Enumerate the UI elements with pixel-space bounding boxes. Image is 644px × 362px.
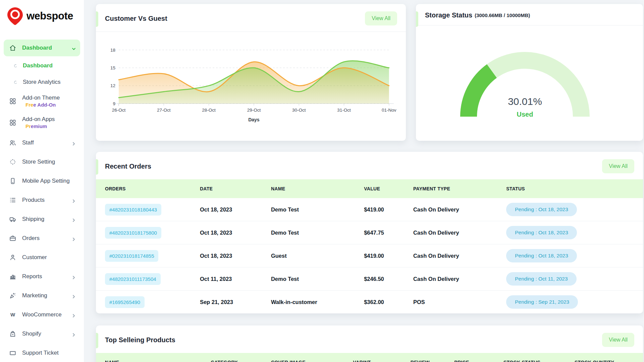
- chevron-right-icon: [72, 332, 76, 336]
- status-badge: Pending : Oct 11, 2023: [506, 272, 576, 286]
- svg-text:12: 12: [110, 83, 115, 88]
- top-selling-products-card: Top Selleing Products View All NAMECATEG…: [96, 325, 643, 362]
- recent-orders-card: Recent Orders View All ORDERSDATENAMEVAL…: [96, 152, 643, 313]
- date-cell: Oct 18, 2023: [200, 244, 271, 267]
- order-id-link[interactable]: #020231018174855: [105, 250, 158, 262]
- woocommerce-icon: W: [9, 311, 16, 318]
- column-header: REVIEW: [411, 353, 454, 362]
- sidebar-item-store-analytics[interactable]: Store Analytics: [4, 75, 80, 89]
- card-accent-bar: [416, 11, 418, 27]
- storage-card-title: Storage Status: [425, 11, 472, 19]
- svg-text:29-Oct: 29-Oct: [247, 108, 261, 113]
- sidebar-item-products[interactable]: Products: [4, 192, 80, 208]
- storage-status-card: Storage Status (3000.66MB / 10000MB) 30.…: [416, 4, 643, 141]
- date-cell: Oct 18, 2023: [200, 221, 271, 244]
- order-id-link[interactable]: #4820231011173504: [105, 273, 161, 285]
- svg-text:27-Oct: 27-Oct: [157, 108, 171, 113]
- column-header: ORDERS: [96, 179, 200, 198]
- brand-name: webspote: [26, 10, 73, 22]
- column-header: STATUS: [506, 179, 643, 198]
- sidebar-item-label: Dashboard: [22, 45, 52, 51]
- column-header: NAME: [271, 179, 364, 198]
- sidebar-item-orders[interactable]: Orders: [4, 230, 80, 247]
- sidebar-item-label: Products: [22, 197, 45, 203]
- value-cell: $419.00: [364, 244, 413, 267]
- sidebar-item-shipping[interactable]: Shipping: [4, 211, 80, 228]
- svg-text:W: W: [10, 312, 15, 317]
- sidebar-item-add-on-apps[interactable]: Add-on AppsPremium: [4, 113, 80, 132]
- sidebar-item-label: Support Ticket: [22, 350, 59, 356]
- status-cell: Pending : Sep 21, 2023: [506, 291, 643, 314]
- column-header: VARINT: [353, 353, 411, 362]
- order-id-link[interactable]: #4820231018180443: [105, 204, 161, 216]
- chart-view-all-button[interactable]: View All: [365, 11, 397, 25]
- top-products-title: Top Selleing Products: [105, 336, 175, 344]
- sidebar-item-mobile-app-setting[interactable]: Mobile App Setting: [4, 173, 80, 189]
- svg-text:26-Oct: 26-Oct: [112, 108, 126, 113]
- sidebar-item-label: Shopify: [22, 330, 41, 337]
- orders-view-all-button[interactable]: View All: [602, 159, 634, 173]
- sidebar-item-marketing[interactable]: Marketing: [4, 287, 80, 304]
- sidebar-item-reports[interactable]: Reports: [4, 268, 80, 285]
- customer-vs-guest-chart: 912151826-Oct27-Oct28-Oct29-Oct30-Oct31-…: [98, 32, 404, 132]
- sidebar-item-dashboard-sub[interactable]: Dashboard: [4, 59, 80, 73]
- sidebar-item-staff[interactable]: Staff: [4, 134, 80, 151]
- loader-icon: [13, 63, 18, 68]
- table-row: #4820231018175800Oct 18, 2023Demo Test$6…: [96, 221, 643, 244]
- sidebar-item-sublabel: Premium: [22, 123, 55, 129]
- svg-text:9: 9: [113, 101, 115, 106]
- payment-type-cell: Cash On Delivery: [413, 198, 506, 221]
- value-cell: $419.00: [364, 198, 413, 221]
- dots-icon: [9, 158, 16, 166]
- orders-cell: #4820231011173504: [96, 267, 200, 291]
- chevron-right-icon: [72, 141, 76, 145]
- user-icon: [9, 254, 16, 261]
- value-cell: $362.00: [364, 291, 413, 314]
- sidebar-item-label: Reports: [22, 273, 42, 280]
- column-header: DATE: [200, 179, 271, 198]
- card-accent-bar: [96, 333, 98, 348]
- sidebar-item-woocommerce[interactable]: WWooCommerce: [4, 306, 80, 323]
- brand-logo[interactable]: webspote: [0, 0, 84, 25]
- logo-pin-icon: [7, 7, 23, 25]
- svg-text:30-Oct: 30-Oct: [292, 108, 306, 113]
- chevron-right-icon: [72, 313, 76, 317]
- order-id-link[interactable]: #4820231018175800: [105, 227, 161, 239]
- sidebar-item-label: Marketing: [22, 292, 47, 299]
- sidebar-item-dashboard[interactable]: Dashboard: [4, 40, 80, 56]
- svg-text:Days: Days: [248, 117, 260, 122]
- sidebar-item-label: Orders: [22, 235, 40, 242]
- orders-table-header-row: ORDERSDATENAMEVALUEPAYMENT TYPESTATUS: [96, 179, 643, 198]
- sidebar-item-sublabel: Free Add-On: [22, 102, 60, 108]
- payment-type-cell: Cash On Delivery: [413, 267, 506, 291]
- sidebar-item-store-setting[interactable]: Store Setting: [4, 154, 80, 170]
- sidebar-item-label: Staff: [22, 139, 34, 146]
- sidebar-item-label: WooCommerce: [22, 311, 62, 318]
- products-view-all-button[interactable]: View All: [602, 333, 634, 347]
- status-badge: Pending : Sep 21, 2023: [506, 295, 578, 309]
- value-cell: $246.50: [364, 267, 413, 291]
- sidebar-item-shopify[interactable]: Shopify: [4, 325, 80, 342]
- column-header: COVER IMAGE: [271, 353, 353, 362]
- sidebar-item-add-on-theme[interactable]: Add-on ThemeFree Add-On: [4, 92, 80, 111]
- table-row: #4820231011173504Oct 11, 2023Demo Test$2…: [96, 267, 643, 291]
- sidebar-item-label: Shipping: [22, 216, 44, 223]
- card-accent-bar: [96, 11, 98, 27]
- chevron-down-icon: [72, 46, 76, 50]
- sidebar-item-customer[interactable]: Customer: [4, 249, 80, 266]
- status-cell: Pending : Oct 18, 2023: [506, 221, 643, 244]
- orders-cell: #4820231018175800: [96, 221, 200, 244]
- svg-text:28-Oct: 28-Oct: [202, 108, 216, 113]
- svg-text:01-Nov: 01-Nov: [382, 108, 396, 113]
- sidebar-item-label: Store Analytics: [23, 79, 60, 85]
- customer-vs-guest-card: Customer Vs Guest View All 912151826-Oct…: [96, 4, 406, 141]
- order-id-link[interactable]: #1695265490: [105, 296, 145, 308]
- name-cell: Walk-in-customer: [271, 291, 364, 314]
- name-cell: Demo Test: [271, 221, 364, 244]
- sidebar-item-label: Add-on AppsPremium: [22, 116, 55, 129]
- ticket-icon: [9, 349, 16, 357]
- table-row: #4820231018180443Oct 18, 2023Demo Test$4…: [96, 198, 643, 221]
- sidebar-item-support-ticket[interactable]: Support Ticket: [4, 345, 80, 361]
- date-cell: Oct 11, 2023: [200, 267, 271, 291]
- column-header: VALUE: [364, 179, 413, 198]
